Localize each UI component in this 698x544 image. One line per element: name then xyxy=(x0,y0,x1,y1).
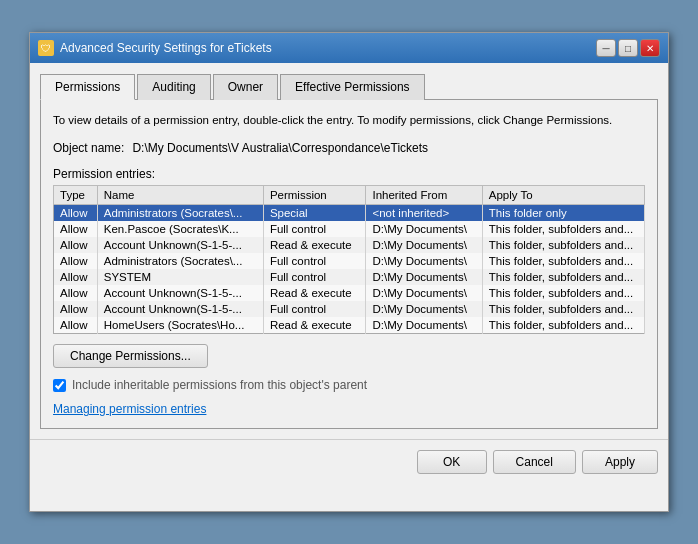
dialog-footer: OK Cancel Apply xyxy=(30,439,668,484)
cell-0-row-2: Allow xyxy=(54,237,98,253)
table-row[interactable]: AllowAccount Unknown(S-1-5-...Full contr… xyxy=(54,301,645,317)
cell-3-row-6: D:\My Documents\ xyxy=(366,301,482,317)
checkbox-row: Include inheritable permissions from thi… xyxy=(53,378,645,392)
checkbox-label: Include inheritable permissions from thi… xyxy=(72,378,367,392)
cell-2-row-6: Full control xyxy=(263,301,366,317)
col-permission: Permission xyxy=(263,186,366,205)
change-permissions-button[interactable]: Change Permissions... xyxy=(53,344,208,368)
table-row[interactable]: AllowAccount Unknown(S-1-5-...Read & exe… xyxy=(54,237,645,253)
cell-1-row-1: Ken.Pascoe (Socrates\K... xyxy=(97,221,263,237)
maximize-button[interactable]: □ xyxy=(618,39,638,57)
cell-1-row-6: Account Unknown(S-1-5-... xyxy=(97,301,263,317)
tab-owner[interactable]: Owner xyxy=(213,74,278,100)
table-row[interactable]: AllowAccount Unknown(S-1-5-...Read & exe… xyxy=(54,285,645,301)
tab-content: To view details of a permission entry, d… xyxy=(40,100,658,429)
col-name: Name xyxy=(97,186,263,205)
cell-3-row-2: D:\My Documents\ xyxy=(366,237,482,253)
table-row[interactable]: AllowAdministrators (Socrates\...Special… xyxy=(54,205,645,222)
cell-1-row-0: Administrators (Socrates\... xyxy=(97,205,263,222)
tab-bar: Permissions Auditing Owner Effective Per… xyxy=(40,73,658,100)
cell-2-row-0: Special xyxy=(263,205,366,222)
cell-4-row-0: This folder only xyxy=(482,205,644,222)
cell-0-row-1: Allow xyxy=(54,221,98,237)
apply-button[interactable]: Apply xyxy=(582,450,658,474)
cell-4-row-4: This folder, subfolders and... xyxy=(482,269,644,285)
cell-4-row-2: This folder, subfolders and... xyxy=(482,237,644,253)
col-apply-to: Apply To xyxy=(482,186,644,205)
cell-3-row-5: D:\My Documents\ xyxy=(366,285,482,301)
cell-2-row-5: Read & execute xyxy=(263,285,366,301)
cell-2-row-7: Read & execute xyxy=(263,317,366,334)
table-header-row: Type Name Permission Inherited From Appl… xyxy=(54,186,645,205)
cell-4-row-1: This folder, subfolders and... xyxy=(482,221,644,237)
cell-3-row-3: D:\My Documents\ xyxy=(366,253,482,269)
window-icon: 🛡 xyxy=(38,40,54,56)
cell-4-row-3: This folder, subfolders and... xyxy=(482,253,644,269)
title-bar-buttons: ─ □ ✕ xyxy=(596,39,660,57)
tab-permissions[interactable]: Permissions xyxy=(40,74,135,100)
cell-0-row-0: Allow xyxy=(54,205,98,222)
tab-auditing[interactable]: Auditing xyxy=(137,74,210,100)
table-row[interactable]: AllowHomeUsers (Socrates\Ho...Read & exe… xyxy=(54,317,645,334)
cell-2-row-1: Full control xyxy=(263,221,366,237)
info-text: To view details of a permission entry, d… xyxy=(53,112,645,129)
cell-2-row-3: Full control xyxy=(263,253,366,269)
dialog-window: 🛡 Advanced Security Settings for eTicket… xyxy=(29,32,669,512)
bottom-section: Change Permissions... Include inheritabl… xyxy=(53,344,645,416)
title-bar-left: 🛡 Advanced Security Settings for eTicket… xyxy=(38,40,272,56)
cell-3-row-0: <not inherited> xyxy=(366,205,482,222)
table-row[interactable]: AllowKen.Pascoe (Socrates\K...Full contr… xyxy=(54,221,645,237)
tab-effective-permissions[interactable]: Effective Permissions xyxy=(280,74,425,100)
title-bar: 🛡 Advanced Security Settings for eTicket… xyxy=(30,33,668,63)
col-type: Type xyxy=(54,186,98,205)
table-row[interactable]: AllowSYSTEMFull controlD:\My Documents\T… xyxy=(54,269,645,285)
cell-0-row-3: Allow xyxy=(54,253,98,269)
object-name-label: Object name: xyxy=(53,141,124,155)
cell-2-row-4: Full control xyxy=(263,269,366,285)
cell-1-row-3: Administrators (Socrates\... xyxy=(97,253,263,269)
cell-0-row-5: Allow xyxy=(54,285,98,301)
cell-1-row-5: Account Unknown(S-1-5-... xyxy=(97,285,263,301)
window-body: Permissions Auditing Owner Effective Per… xyxy=(30,63,668,439)
cell-4-row-7: This folder, subfolders and... xyxy=(482,317,644,334)
close-button[interactable]: ✕ xyxy=(640,39,660,57)
cell-0-row-6: Allow xyxy=(54,301,98,317)
cell-1-row-2: Account Unknown(S-1-5-... xyxy=(97,237,263,253)
cell-3-row-4: D:\My Documents\ xyxy=(366,269,482,285)
permission-entries-label: Permission entries: xyxy=(53,167,645,181)
cell-4-row-6: This folder, subfolders and... xyxy=(482,301,644,317)
cell-1-row-4: SYSTEM xyxy=(97,269,263,285)
cancel-button[interactable]: Cancel xyxy=(493,450,576,474)
object-name-row: Object name: D:\My Documents\V Australia… xyxy=(53,141,645,155)
ok-button[interactable]: OK xyxy=(417,450,487,474)
cell-3-row-7: D:\My Documents\ xyxy=(366,317,482,334)
cell-0-row-7: Allow xyxy=(54,317,98,334)
object-name-value: D:\My Documents\V Australia\Correspondan… xyxy=(132,141,428,155)
permission-table: Type Name Permission Inherited From Appl… xyxy=(53,185,645,334)
inheritable-checkbox[interactable] xyxy=(53,379,66,392)
window-title: Advanced Security Settings for eTickets xyxy=(60,41,272,55)
cell-4-row-5: This folder, subfolders and... xyxy=(482,285,644,301)
cell-1-row-7: HomeUsers (Socrates\Ho... xyxy=(97,317,263,334)
col-inherited-from: Inherited From xyxy=(366,186,482,205)
cell-2-row-2: Read & execute xyxy=(263,237,366,253)
cell-3-row-1: D:\My Documents\ xyxy=(366,221,482,237)
cell-0-row-4: Allow xyxy=(54,269,98,285)
table-row[interactable]: AllowAdministrators (Socrates\...Full co… xyxy=(54,253,645,269)
minimize-button[interactable]: ─ xyxy=(596,39,616,57)
manage-link[interactable]: Managing permission entries xyxy=(53,402,206,416)
